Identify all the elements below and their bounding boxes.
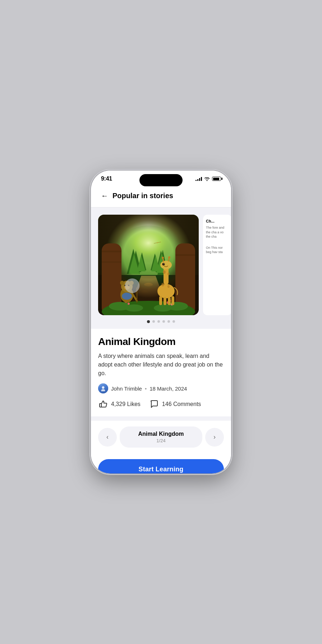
dot-4[interactable] (162, 320, 165, 323)
dot-1[interactable] (147, 320, 150, 323)
carousel-dots (91, 320, 231, 323)
phone-screen: 9:41 ← (91, 171, 231, 473)
dynamic-island (139, 174, 183, 186)
svg-point-54 (167, 272, 170, 275)
avatar-icon (100, 386, 106, 391)
story-info-section: Animal Kingdom A story where animals can… (91, 329, 231, 416)
preview-text-2: On This nor beg hav sta (206, 246, 229, 255)
story-cover-image (98, 215, 199, 315)
svg-point-53 (163, 270, 166, 274)
page-header: ← Popular in stories (91, 185, 231, 207)
stats-row: 4,329 Likes 146 Comments (98, 399, 224, 409)
comment-icon (149, 399, 159, 409)
battery-icon (212, 177, 221, 181)
back-button[interactable]: ← (98, 189, 111, 202)
svg-rect-65 (100, 403, 101, 407)
svg-point-43 (125, 279, 139, 293)
chapter-info: Animal Kingdom 1/24 (120, 426, 202, 448)
chapter-progress: 1/24 (125, 438, 197, 443)
forest-svg (98, 215, 199, 315)
svg-rect-57 (159, 296, 162, 305)
story-description: A story where animals can speak, learn a… (98, 352, 224, 378)
svg-rect-60 (171, 296, 174, 305)
svg-point-64 (101, 389, 105, 391)
likes-label: 4,329 Likes (111, 401, 141, 407)
back-arrow-icon: ← (101, 192, 108, 200)
svg-point-50 (168, 256, 170, 258)
author-name: John Trimble (111, 386, 142, 392)
svg-rect-59 (168, 297, 171, 305)
wifi-icon (204, 177, 210, 181)
svg-point-31 (128, 303, 130, 305)
svg-point-51 (162, 263, 165, 266)
svg-point-46 (160, 261, 172, 269)
author-separator: • (145, 386, 147, 392)
signal-bars-icon (196, 177, 202, 181)
status-bar: 9:41 (91, 171, 231, 185)
svg-rect-22 (175, 254, 195, 256)
carousel-section: Ch... The fore and the cha a vo the cha … (91, 207, 231, 329)
svg-point-27 (154, 304, 172, 312)
preview-text-1: The fore and the cha a vo the cha (206, 225, 229, 239)
dot-3[interactable] (157, 320, 160, 323)
preview-title: Ch... (206, 219, 229, 223)
signal-bar-4 (201, 177, 202, 181)
start-learning-section: Start Learning (91, 455, 231, 473)
story-title: Animal Kingdom (98, 336, 224, 347)
comments-stat[interactable]: 146 Comments (149, 399, 201, 409)
prev-icon: ‹ (106, 433, 109, 441)
dot-6[interactable] (172, 320, 175, 323)
signal-bar-1 (196, 180, 197, 181)
svg-rect-44 (164, 267, 169, 285)
svg-rect-21 (102, 261, 121, 263)
svg-point-62 (157, 242, 158, 243)
svg-point-40 (122, 293, 132, 300)
svg-point-35 (120, 281, 124, 285)
svg-point-63 (102, 386, 105, 389)
dot-2[interactable] (152, 320, 155, 323)
story-preview-card: Ch... The fore and the cha a vo the cha … (203, 215, 231, 315)
svg-point-49 (162, 257, 164, 259)
svg-point-56 (167, 285, 170, 288)
svg-point-52 (164, 263, 164, 264)
author-date: 18 March, 2024 (150, 386, 187, 392)
phone-frame: 9:41 ← (91, 171, 231, 473)
carousel-wrapper[interactable]: Ch... The fore and the cha a vo the cha … (91, 215, 231, 315)
status-time: 9:41 (101, 176, 112, 182)
status-icons (196, 177, 221, 181)
battery-fill (213, 178, 219, 180)
prev-chapter-button[interactable]: ‹ (98, 428, 117, 447)
chapter-name: Animal Kingdom (125, 431, 197, 437)
svg-point-55 (161, 283, 164, 286)
story-card-main[interactable] (98, 215, 199, 315)
avatar (98, 383, 108, 393)
chapter-navigation: ‹ Animal Kingdom 1/24 › (91, 421, 231, 455)
next-icon: › (213, 433, 216, 441)
avatar-inner (98, 383, 108, 393)
svg-point-45 (157, 284, 175, 298)
thumbs-up-icon (98, 399, 108, 409)
next-chapter-button[interactable]: › (205, 428, 224, 447)
start-learning-button[interactable]: Start Learning (98, 459, 224, 473)
svg-rect-20 (102, 251, 121, 252)
likes-stat[interactable]: 4,329 Likes (98, 399, 141, 409)
signal-bar-3 (199, 178, 200, 181)
signal-bar-2 (197, 179, 198, 181)
svg-point-26 (125, 304, 143, 312)
author-row: John Trimble • 18 March, 2024 (98, 383, 224, 393)
comments-label: 146 Comments (162, 401, 201, 407)
chapter-nav-row: ‹ Animal Kingdom 1/24 › (98, 426, 224, 448)
dot-5[interactable] (167, 320, 170, 323)
scroll-content[interactable]: Ch... The fore and the cha a vo the cha … (91, 207, 231, 473)
page-title: Popular in stories (112, 192, 173, 200)
svg-rect-58 (164, 297, 166, 305)
